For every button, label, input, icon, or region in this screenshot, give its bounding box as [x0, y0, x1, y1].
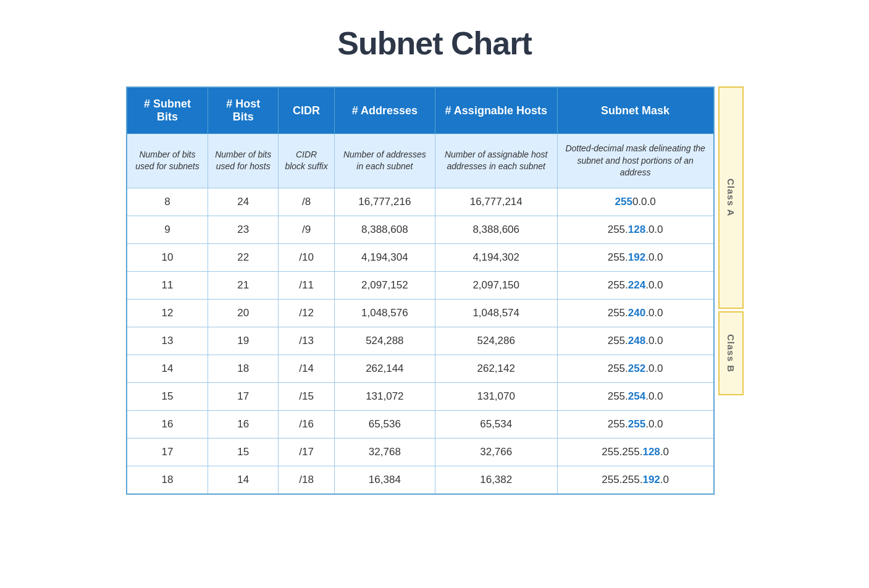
col-header-cidr: CIDR [279, 87, 335, 134]
cell-addresses: 65,536 [335, 410, 435, 438]
page-title: Subnet Chart [126, 25, 744, 62]
cell-subnet-bits: 9 [127, 216, 208, 243]
cell-addresses: 262,144 [335, 355, 435, 382]
cell-addresses: 524,288 [335, 327, 435, 355]
table-row: 9 23 /9 8,388,608 8,388,606 255.128.0.0 [127, 216, 714, 243]
table-row: 16 16 /16 65,536 65,534 255.255.0.0 [127, 410, 714, 438]
cell-assignable: 131,070 [435, 382, 557, 410]
cell-addresses: 131,072 [335, 382, 435, 410]
cell-mask: 255.254.0.0 [557, 382, 713, 410]
cell-subnet-bits: 16 [127, 410, 208, 438]
cell-host-bits: 22 [208, 243, 279, 271]
table-row: 17 15 /17 32,768 32,766 255.255.128.0 [127, 438, 714, 466]
cell-assignable: 8,388,606 [435, 216, 557, 243]
cell-mask: 255.240.0.0 [557, 299, 713, 327]
class-b-label: Class B [718, 311, 744, 395]
cell-subnet-bits: 14 [127, 355, 208, 382]
class-a-label: Class A [718, 86, 744, 309]
cell-addresses: 4,194,304 [335, 243, 435, 271]
table-row: 10 22 /10 4,194,304 4,194,302 255.192.0.… [127, 243, 714, 271]
cell-subnet-bits: 13 [127, 327, 208, 355]
cell-mask: 255.248.0.0 [557, 327, 713, 355]
cell-assignable: 16,777,214 [435, 188, 557, 216]
cell-assignable: 65,534 [435, 410, 557, 438]
table-row: 12 20 /12 1,048,576 1,048,574 255.240.0.… [127, 299, 714, 327]
col-header-host-bits: # Host Bits [208, 87, 279, 134]
class-labels-container: Class A Class B [718, 86, 744, 495]
subnet-table: # Subnet Bits # Host Bits CIDR # Address… [126, 86, 715, 495]
subheader-cidr: CIDR block suffix [279, 134, 335, 188]
cell-subnet-bits: 15 [127, 382, 208, 410]
subheader-addresses: Number of addresses in each subnet [335, 134, 435, 188]
cell-mask: 255.192.0.0 [557, 243, 713, 271]
cell-mask: 255.255.0.0 [557, 410, 713, 438]
cell-assignable: 16,382 [435, 466, 557, 494]
cell-addresses: 2,097,152 [335, 271, 435, 299]
table-row: 8 24 /8 16,777,216 16,777,214 2550.0.0 [127, 188, 714, 216]
cell-subnet-bits: 11 [127, 271, 208, 299]
cell-subnet-bits: 10 [127, 243, 208, 271]
col-header-mask: Subnet Mask [557, 87, 713, 134]
cell-addresses: 32,768 [335, 438, 435, 466]
cell-subnet-bits: 12 [127, 299, 208, 327]
cell-cidr: /17 [279, 438, 335, 466]
cell-assignable: 4,194,302 [435, 243, 557, 271]
cell-cidr: /8 [279, 188, 335, 216]
cell-cidr: /11 [279, 271, 335, 299]
cell-cidr: /9 [279, 216, 335, 243]
table-row: 11 21 /11 2,097,152 2,097,150 255.224.0.… [127, 271, 714, 299]
subheader-mask: Dotted-decimal mask delineating the subn… [557, 134, 713, 188]
subheader-host-bits: Number of bits used for hosts [208, 134, 279, 188]
cell-subnet-bits: 17 [127, 438, 208, 466]
col-header-assignable: # Assignable Hosts [435, 87, 557, 134]
table-row: 14 18 /14 262,144 262,142 255.252.0.0 [127, 355, 714, 382]
table-section: # Subnet Bits # Host Bits CIDR # Address… [126, 86, 744, 495]
cell-host-bits: 20 [208, 299, 279, 327]
table-row: 18 14 /18 16,384 16,382 255.255.192.0 [127, 466, 714, 494]
table-row: 15 17 /15 131,072 131,070 255.254.0.0 [127, 382, 714, 410]
cell-subnet-bits: 8 [127, 188, 208, 216]
col-header-addresses: # Addresses [335, 87, 435, 134]
cell-addresses: 1,048,576 [335, 299, 435, 327]
header-row: # Subnet Bits # Host Bits CIDR # Address… [127, 87, 714, 134]
cell-mask: 2550.0.0 [557, 188, 713, 216]
cell-mask: 255.224.0.0 [557, 271, 713, 299]
cell-cidr: /12 [279, 299, 335, 327]
cell-cidr: /14 [279, 355, 335, 382]
cell-cidr: /13 [279, 327, 335, 355]
cell-subnet-bits: 18 [127, 466, 208, 494]
cell-mask: 255.128.0.0 [557, 216, 713, 243]
page-container: Subnet Chart # Subnet Bits # Host Bits C… [126, 25, 744, 495]
subheader-subnet-bits: Number of bits used for subnets [127, 134, 208, 188]
cell-cidr: /16 [279, 410, 335, 438]
table-row: 13 19 /13 524,288 524,286 255.248.0.0 [127, 327, 714, 355]
col-header-subnet-bits: # Subnet Bits [127, 87, 208, 134]
subheader-row: Number of bits used for subnets Number o… [127, 134, 714, 188]
cell-cidr: /10 [279, 243, 335, 271]
cell-host-bits: 23 [208, 216, 279, 243]
subheader-assignable: Number of assignable host addresses in e… [435, 134, 557, 188]
cell-assignable: 1,048,574 [435, 299, 557, 327]
cell-host-bits: 14 [208, 466, 279, 494]
cell-assignable: 262,142 [435, 355, 557, 382]
cell-addresses: 8,388,608 [335, 216, 435, 243]
cell-cidr: /15 [279, 382, 335, 410]
cell-addresses: 16,777,216 [335, 188, 435, 216]
cell-assignable: 32,766 [435, 438, 557, 466]
cell-assignable: 2,097,150 [435, 271, 557, 299]
cell-host-bits: 18 [208, 355, 279, 382]
cell-addresses: 16,384 [335, 466, 435, 494]
cell-assignable: 524,286 [435, 327, 557, 355]
cell-host-bits: 17 [208, 382, 279, 410]
cell-mask: 255.255.192.0 [557, 466, 713, 494]
cell-mask: 255.255.128.0 [557, 438, 713, 466]
cell-host-bits: 24 [208, 188, 279, 216]
cell-cidr: /18 [279, 466, 335, 494]
cell-host-bits: 15 [208, 438, 279, 466]
cell-host-bits: 21 [208, 271, 279, 299]
cell-host-bits: 16 [208, 410, 279, 438]
cell-host-bits: 19 [208, 327, 279, 355]
cell-mask: 255.252.0.0 [557, 355, 713, 382]
